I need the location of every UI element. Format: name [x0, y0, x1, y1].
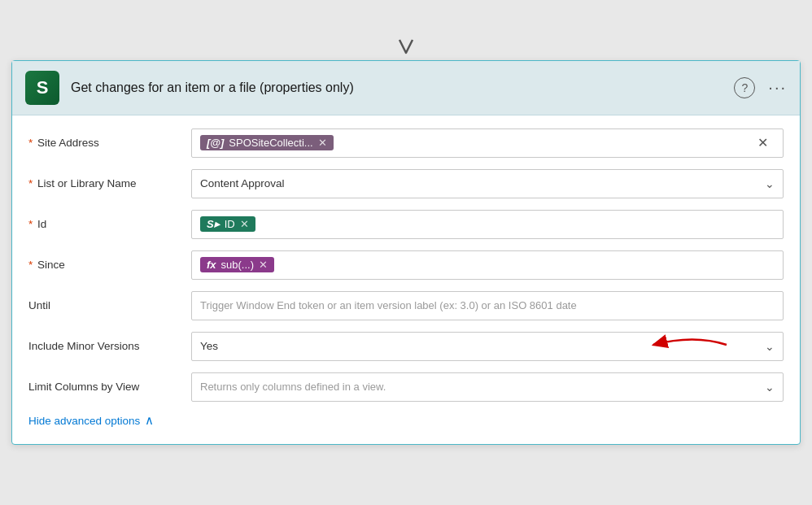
limit-columns-placeholder: Returns only columns defined in a view.	[200, 381, 386, 393]
include-minor-versions-label: Include Minor Versions	[28, 340, 191, 352]
include-minor-versions-value: Yes	[200, 340, 218, 352]
list-library-value: Content Approval	[200, 177, 285, 189]
id-required: *	[28, 218, 33, 230]
sharepoint-logo: S	[25, 71, 59, 105]
include-minor-versions-chevron: ⌄	[765, 340, 775, 353]
id-row: * Id S▸ ID ✕	[28, 210, 784, 239]
hide-advanced-label: Hide advanced options	[28, 415, 140, 427]
site-address-required: *	[28, 137, 33, 149]
id-token: S▸ ID ✕	[200, 216, 255, 232]
site-address-clear[interactable]: ✕	[757, 135, 768, 150]
since-input[interactable]: fx sub(...) ✕	[191, 250, 784, 280]
limit-columns-label: Limit Columns by View	[28, 381, 191, 393]
limit-columns-input[interactable]: Returns only columns defined in a view. …	[191, 372, 784, 402]
id-input[interactable]: S▸ ID ✕	[191, 210, 784, 239]
at-sign-icon: [@]	[207, 137, 224, 149]
site-address-input[interactable]: [@] SPOSiteCollecti... ✕ ✕	[191, 128, 784, 158]
list-library-chevron: ⌄	[765, 177, 775, 190]
list-library-label: * List or Library Name	[28, 177, 191, 189]
since-required: *	[28, 259, 33, 271]
card-header: S Get changes for an item or a file (pro…	[12, 61, 800, 115]
until-row: Until Trigger Window End token or an ite…	[28, 291, 784, 320]
more-options-button[interactable]: ···	[768, 78, 787, 97]
limit-columns-chevron: ⌄	[765, 381, 775, 394]
top-arrow-icon	[395, 38, 417, 61]
id-token-text: ID	[225, 218, 235, 230]
since-row: * Since fx sub(...) ✕	[28, 250, 784, 280]
site-address-token-text: SPOSiteCollecti...	[229, 137, 312, 149]
until-label: Until	[28, 299, 191, 311]
help-button[interactable]: ?	[734, 77, 755, 98]
sharepoint-letter: S	[37, 77, 49, 98]
include-minor-versions-row: Include Minor Versions Yes ⌄	[28, 332, 784, 361]
id-label: * Id	[28, 218, 191, 230]
list-library-row: * List or Library Name Content Approval …	[28, 169, 784, 198]
since-token: fx sub(...) ✕	[200, 257, 274, 272]
chevron-up-icon: ∧	[145, 413, 154, 428]
header-actions: ? ···	[734, 77, 787, 98]
since-token-remove[interactable]: ✕	[259, 259, 268, 271]
limit-columns-row: Limit Columns by View Returns only colum…	[28, 372, 784, 402]
since-label: * Since	[28, 259, 191, 271]
card-title: Get changes for an item or a file (prope…	[71, 81, 734, 95]
site-address-row: * Site Address [@] SPOSiteCollecti... ✕ …	[28, 128, 784, 158]
sharepoint-icon-small: S▸	[207, 218, 220, 230]
include-minor-versions-input[interactable]: Yes ⌄	[191, 332, 784, 361]
card-body: * Site Address [@] SPOSiteCollecti... ✕ …	[12, 115, 800, 445]
site-address-token-remove[interactable]: ✕	[318, 137, 327, 149]
site-address-label: * Site Address	[28, 137, 191, 149]
connector-card: S Get changes for an item or a file (pro…	[11, 60, 801, 446]
list-library-input[interactable]: Content Approval ⌄	[191, 169, 784, 198]
until-placeholder: Trigger Window End token or an item vers…	[200, 299, 577, 311]
until-input[interactable]: Trigger Window End token or an item vers…	[191, 291, 784, 320]
hide-advanced-section: Hide advanced options ∧	[28, 413, 784, 429]
list-library-required: *	[28, 177, 33, 189]
since-token-text: sub(...)	[221, 259, 254, 271]
site-address-token: [@] SPOSiteCollecti... ✕	[200, 135, 334, 150]
fx-icon: fx	[207, 259, 216, 271]
hide-advanced-link[interactable]: Hide advanced options ∧	[28, 413, 154, 428]
id-token-remove[interactable]: ✕	[240, 218, 249, 230]
